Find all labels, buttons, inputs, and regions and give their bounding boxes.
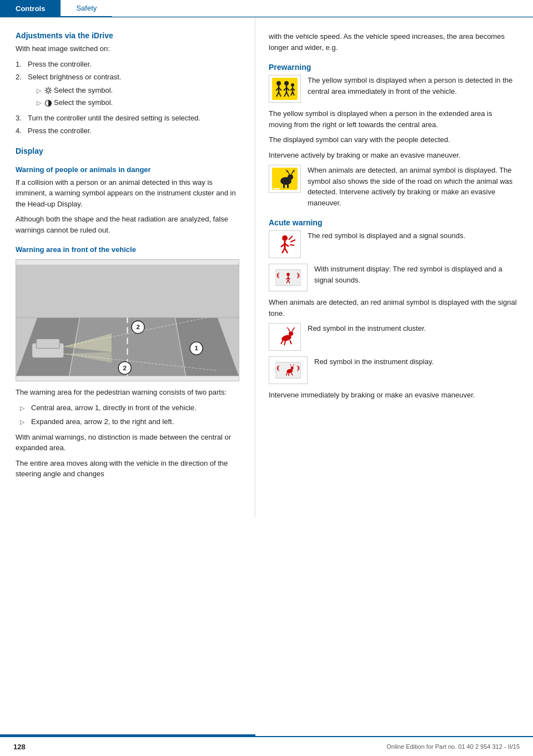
acute-row-4: Red symbol in the instrument display. [269, 356, 517, 384]
svg-point-42 [291, 83, 294, 87]
step-3-num: 3. [16, 113, 28, 124]
step-2-num: 2. [16, 72, 28, 110]
tab-controls[interactable]: Controls [0, 0, 61, 17]
sun-icon [44, 85, 54, 96]
right-column: with the vehicle speed. As the vehicle s… [255, 18, 533, 517]
acute-text-icon-3: Red symbol in the instrument cluster. [308, 323, 517, 334]
svg-point-52 [288, 174, 293, 180]
warning-people-title: Warning of people or animals in danger [16, 165, 239, 174]
halfcircle-icon [44, 97, 54, 108]
acute-icon-3 [269, 323, 301, 351]
sub-item-halfcircle: ▷ Select the symbol. [37, 97, 239, 108]
tab-divider [112, 0, 533, 17]
svg-point-89 [291, 366, 294, 369]
step-2-content: Select brightness or contrast. ▷ [28, 72, 239, 110]
svg-text:1: 1 [194, 345, 198, 351]
entire-area-text: The entire area moves along with the veh… [16, 458, 239, 480]
warning-text-1: If a collision with a person or an anima… [16, 177, 239, 210]
acute-row-3: Red symbol in the instrument cluster. [269, 323, 517, 351]
prewarning-body-2: The displayed symbol can vary with the p… [269, 134, 517, 145]
step-4-text: Press the controller. [28, 125, 239, 137]
prewarning-text-icon-2: When animals are detected, an animal sym… [308, 165, 517, 208]
svg-line-91 [289, 373, 289, 376]
step-4-num: 4. [16, 125, 28, 137]
svg-point-30 [276, 81, 281, 85]
warning-text-2: Although both the shape and the heat rad… [16, 214, 239, 235]
prewarning-body-3: Intervene actively by braking or make an… [269, 150, 517, 161]
acute-icon-1 [269, 230, 301, 258]
acute-row-1: The red symbol is displayed and a signal… [269, 230, 517, 258]
acute-row-2: With instrument display: The red symbol … [269, 264, 517, 291]
left-column: Adjustments via the iDrive With heat ima… [0, 18, 255, 517]
adjustments-title: Adjustments via the iDrive [16, 31, 239, 40]
bullet-arrow-2: ▷ [20, 417, 27, 427]
intro-continued: with the vehicle speed. As the vehicle s… [269, 31, 517, 53]
acute-icon-2 [269, 264, 308, 291]
step-3: 3. Turn the controller until the desired… [16, 113, 239, 124]
svg-point-79 [289, 331, 293, 336]
prewarning-row-2: When animals are detected, an animal sym… [269, 165, 517, 208]
svg-rect-18 [36, 339, 59, 348]
bullet-item-2-text: Expanded area, arrow 2, to the right and… [31, 416, 174, 427]
bullet-list: ▷ Central area, arrow 1, directly in fro… [20, 402, 239, 427]
warning-area-title: Warning area in front of the vehicle [16, 245, 239, 254]
bullet-item-1: ▷ Central area, arrow 1, directly in fro… [20, 402, 239, 414]
top-nav: Controls Safety [0, 0, 533, 18]
step-1-num: 1. [16, 59, 28, 70]
prewarning-row-1: The yellow symbol is displayed when a pe… [269, 75, 517, 103]
svg-point-61 [282, 235, 288, 241]
warning-diagram: 2 1 2 [16, 259, 239, 381]
bullet-item-2: ▷ Expanded area, arrow 2, to the right a… [20, 416, 239, 427]
acute-text-icon-2: With instrument display: The red symbol … [314, 264, 517, 285]
sub-item-halfcircle-text: Select the symbol. [54, 97, 113, 108]
acute-animal-text: When animals are detected, an red animal… [269, 297, 517, 319]
svg-line-69 [290, 245, 294, 245]
svg-text:2: 2 [136, 324, 139, 330]
bullet-arrow-1: ▷ [20, 404, 27, 413]
acute-warning-title: Acute warning [269, 218, 517, 227]
step-1: 1. Press the controller. [16, 59, 239, 70]
svg-rect-50 [283, 184, 285, 188]
road-diagram-svg: 2 1 2 [16, 260, 239, 381]
acute-text-icon-1: The red symbol is displayed and a signal… [308, 230, 517, 241]
svg-line-6 [50, 92, 51, 93]
step-1-text: Press the controller. [28, 59, 239, 70]
svg-point-0 [47, 89, 50, 92]
acute-final-text: Intervene immediately by braking or make… [269, 390, 517, 401]
svg-point-71 [286, 273, 290, 276]
prewarning-body-1: The yellow symbol is displayed when a pe… [269, 108, 517, 130]
acute-icon-4 [269, 356, 308, 384]
step-4: 4. Press the controller. [16, 125, 239, 137]
arrow-icon: ▷ [37, 86, 41, 95]
bottom-bar: 128 Online Edition for Part no. 01 40 2 … [0, 736, 533, 756]
tab-safety[interactable]: Safety [61, 0, 112, 17]
prewarning-text-icon-1: The yellow symbol is displayed when a pe… [308, 75, 517, 97]
sub-item-sun: ▷ [37, 85, 239, 96]
svg-line-7 [50, 88, 51, 89]
warning-caption: The warning area for the pedestrian warn… [16, 387, 239, 398]
acute-text-icon-4: Red symbol in the instrument display. [314, 356, 517, 367]
bullet-item-1-text: Central area, arrow 1, directly in front… [31, 402, 197, 414]
svg-point-36 [284, 81, 289, 85]
svg-rect-51 [287, 184, 289, 188]
main-content: Adjustments via the iDrive With heat ima… [0, 18, 533, 517]
step-2-sublist: ▷ [37, 85, 239, 108]
display-title: Display [16, 147, 239, 155]
footer-info: Online Edition for Part no. 01 40 2 954 … [386, 743, 520, 750]
animal-warning-text: With animal warnings, no distinction is … [16, 432, 239, 453]
svg-line-5 [46, 88, 47, 89]
svg-line-8 [46, 92, 47, 93]
adjustments-intro: With heat image switched on: [16, 43, 239, 54]
step-2: 2. Select brightness or contrast. ▷ [16, 72, 239, 110]
prewarning-icon-1 [269, 75, 301, 103]
sub-item-sun-text: Select the symbol. [54, 85, 113, 96]
svg-text:2: 2 [123, 365, 127, 371]
prewarning-icon-2 [269, 165, 301, 193]
prewarning-title: Prewarning [269, 63, 517, 72]
steps-list: 1. Press the controller. 2. Select brigh… [16, 59, 239, 137]
step-3-text: Turn the controller until the desired se… [28, 113, 239, 124]
page-number: 128 [13, 743, 26, 751]
arrow-icon-2: ▷ [37, 98, 41, 108]
